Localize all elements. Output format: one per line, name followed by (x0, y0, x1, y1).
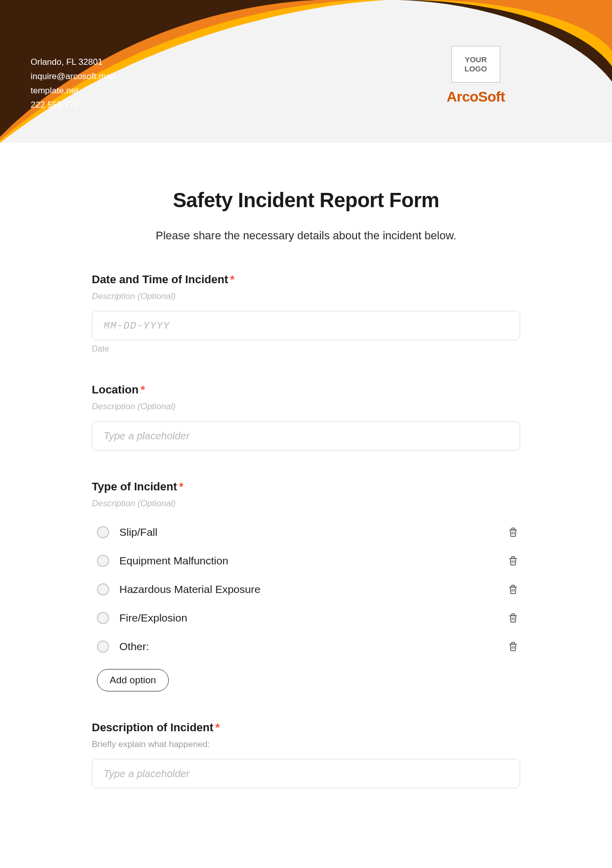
field-type-label: Type of Incident* (92, 480, 520, 493)
option-row: Equipment Malfunction (97, 547, 520, 575)
field-location-label: Location* (92, 383, 520, 396)
required-mark: * (141, 383, 145, 396)
field-date-label: Date and Time of Incident* (92, 273, 520, 286)
option-label[interactable]: Other: (119, 640, 149, 653)
trash-icon (507, 641, 519, 652)
form-title: Safety Incident Report Form (92, 189, 520, 212)
option-label[interactable]: Equipment Malfunction (119, 555, 228, 567)
delete-option-button[interactable] (506, 639, 520, 654)
field-description-desc[interactable]: Briefly explain what happened: (92, 739, 520, 750)
contact-website: template.net (31, 84, 115, 98)
field-date-helper: Date (92, 344, 520, 354)
option-list: Slip/Fall Equipment Malfunction Hazardou… (92, 518, 520, 661)
banner-swoosh-right (398, 0, 612, 82)
label-text: Description of Incident (92, 721, 213, 734)
option-row: Slip/Fall (97, 518, 520, 547)
brand-block: YOUR LOGO ArcoSoft (447, 46, 505, 105)
radio-icon[interactable] (97, 583, 109, 596)
trash-icon (507, 612, 519, 624)
option-label[interactable]: Fire/Explosion (119, 612, 187, 624)
required-mark: * (215, 721, 220, 734)
form-content: Safety Incident Report Form Please share… (71, 143, 541, 788)
date-input[interactable] (92, 311, 520, 340)
option-label[interactable]: Slip/Fall (119, 526, 158, 538)
contact-phone: 222 555 777 (31, 98, 115, 112)
label-text: Location (92, 383, 139, 396)
contact-address: Orlando, FL 32801 (31, 55, 115, 69)
required-mark: * (179, 480, 184, 493)
field-type-desc[interactable]: Description (Optional) (92, 499, 520, 509)
trash-icon (507, 584, 519, 595)
delete-option-button[interactable] (506, 554, 520, 568)
radio-icon[interactable] (97, 612, 109, 624)
logo-placeholder: YOUR LOGO (451, 46, 500, 83)
contact-email: inquire@arcosoft.mail (31, 69, 115, 84)
field-date: Date and Time of Incident* Description (… (92, 273, 520, 354)
page: Orlando, FL 32801 inquire@arcosoft.mail … (0, 0, 612, 849)
field-type: Type of Incident* Description (Optional)… (92, 480, 520, 691)
option-row: Fire/Explosion (97, 604, 520, 632)
radio-icon[interactable] (97, 526, 109, 538)
field-description-label: Description of Incident* (92, 721, 520, 734)
contact-block: Orlando, FL 32801 inquire@arcosoft.mail … (31, 55, 115, 112)
location-input[interactable] (92, 421, 520, 451)
field-location-desc[interactable]: Description (Optional) (92, 402, 520, 412)
required-mark: * (230, 273, 235, 286)
banner: Orlando, FL 32801 inquire@arcosoft.mail … (0, 0, 612, 143)
trash-icon (507, 527, 519, 538)
delete-option-button[interactable] (506, 582, 520, 597)
label-text: Date and Time of Incident (92, 273, 228, 286)
radio-icon[interactable] (97, 555, 109, 567)
delete-option-button[interactable] (506, 525, 520, 539)
option-row: Other: (97, 632, 520, 661)
form-subtitle: Please share the necessary details about… (92, 229, 520, 242)
brand-name: ArcoSoft (447, 89, 505, 105)
option-row: Hazardous Material Exposure (97, 575, 520, 604)
add-option-button[interactable]: Add option (97, 669, 169, 691)
radio-icon[interactable] (97, 640, 109, 653)
description-input[interactable] (92, 759, 520, 788)
field-description: Description of Incident* Briefly explain… (92, 721, 520, 788)
field-date-desc[interactable]: Description (Optional) (92, 291, 520, 302)
trash-icon (507, 555, 519, 566)
label-text: Type of Incident (92, 480, 177, 493)
option-label[interactable]: Hazardous Material Exposure (119, 583, 261, 596)
delete-option-button[interactable] (506, 611, 520, 625)
field-location: Location* Description (Optional) (92, 383, 520, 451)
